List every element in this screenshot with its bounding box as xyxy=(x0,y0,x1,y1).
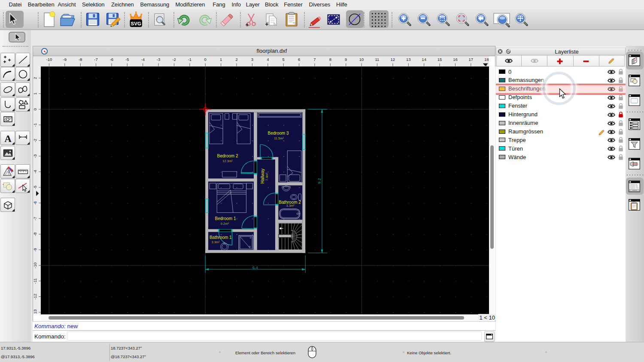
svg-text:-9: -9 xyxy=(63,57,67,62)
svg-text:-3: -3 xyxy=(157,57,160,62)
svg-text:14: 14 xyxy=(422,57,426,62)
svg-text:7: 7 xyxy=(313,57,316,62)
svg-text:6.4: 6.4 xyxy=(252,265,258,269)
svg-text:-7: -7 xyxy=(94,57,97,62)
svg-text:0: 0 xyxy=(33,108,37,110)
svg-text:12.3m²: 12.3m² xyxy=(222,159,233,163)
svg-text:1: 1 xyxy=(220,57,222,62)
svg-text:-13: -13 xyxy=(33,309,37,314)
svg-text:3.3m²: 3.3m² xyxy=(286,204,295,208)
svg-text:11: 11 xyxy=(375,57,380,62)
svg-text:Bedroom 3: Bedroom 3 xyxy=(268,130,289,135)
svg-text:-8: -8 xyxy=(79,57,82,62)
svg-text:-5: -5 xyxy=(33,185,37,189)
svg-text:3: 3 xyxy=(251,57,253,62)
svg-text:8: 8 xyxy=(329,57,331,62)
svg-text:-11: -11 xyxy=(33,278,37,284)
svg-text:18: 18 xyxy=(484,57,489,62)
svg-text:Bathroom 1: Bathroom 1 xyxy=(210,235,232,240)
svg-text:5: 5 xyxy=(283,57,285,62)
svg-text:-10: -10 xyxy=(33,262,37,268)
svg-text:16: 16 xyxy=(453,57,458,62)
svg-text:-3: -3 xyxy=(33,154,37,157)
svg-text:10: 10 xyxy=(359,57,364,62)
svg-text:-8: -8 xyxy=(33,232,37,235)
svg-text:2: 2 xyxy=(33,77,37,79)
svg-text:15: 15 xyxy=(437,57,442,62)
svg-text:-4: -4 xyxy=(33,170,37,173)
svg-text:0: 0 xyxy=(204,57,207,62)
svg-text:12: 12 xyxy=(391,57,395,62)
svg-text:9.2m²: 9.2m² xyxy=(221,221,229,225)
svg-text:6: 6 xyxy=(298,57,300,62)
svg-text:Coordinate: 10/10: Coordinate: 10/10 xyxy=(630,187,639,189)
svg-text:SVG: SVG xyxy=(131,21,141,26)
svg-text:17: 17 xyxy=(469,57,474,62)
svg-text:>_ command: >_ command xyxy=(630,190,638,191)
svg-text:-12: -12 xyxy=(33,293,37,299)
svg-text:7.4m²: 7.4m² xyxy=(265,172,269,181)
svg-text:13: 13 xyxy=(406,57,411,62)
svg-text:-7: -7 xyxy=(33,217,37,220)
svg-text:Hallway: Hallway xyxy=(260,169,265,184)
svg-text:A: A xyxy=(4,133,12,144)
svg-text:11.5m²: 11.5m² xyxy=(274,136,284,140)
svg-text:4: 4 xyxy=(267,57,269,62)
svg-text:Bedroom 1: Bedroom 1 xyxy=(215,216,236,220)
svg-text:-1: -1 xyxy=(33,123,37,127)
svg-text:-1: -1 xyxy=(188,57,191,62)
svg-text:-2: -2 xyxy=(33,139,37,142)
svg-text:-5: -5 xyxy=(125,57,129,62)
svg-text:-10: -10 xyxy=(46,57,52,62)
svg-text:-4: -4 xyxy=(141,57,144,62)
svg-text:Bedroom 2: Bedroom 2 xyxy=(217,154,238,158)
svg-text:9.2: 9.2 xyxy=(317,178,322,184)
svg-text:-6: -6 xyxy=(33,201,37,205)
svg-text:1: 1 xyxy=(33,92,37,94)
svg-text:-9: -9 xyxy=(33,248,37,251)
svg-text:3.3m²: 3.3m² xyxy=(211,240,220,244)
svg-text:9: 9 xyxy=(345,57,347,62)
svg-text:2: 2 xyxy=(235,57,237,62)
svg-text:-2: -2 xyxy=(172,57,176,62)
svg-text:-6: -6 xyxy=(110,57,113,62)
